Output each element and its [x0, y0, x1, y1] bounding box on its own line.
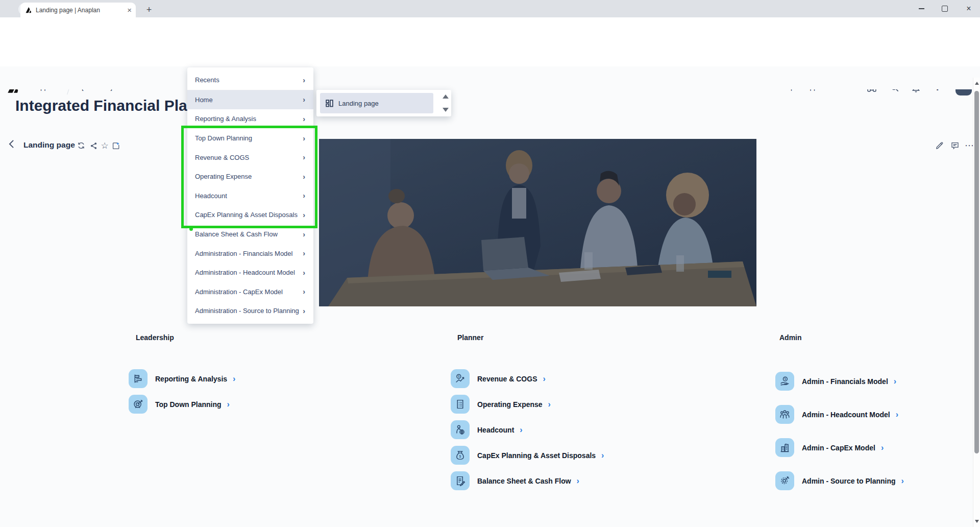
back-chevron-icon[interactable]	[6, 139, 16, 149]
tab-title: Landing page | Anaplan	[36, 7, 124, 14]
annotation-dot	[189, 227, 193, 231]
link-top-down-planning[interactable]: Top Down Planning ›	[129, 395, 230, 414]
tab-close-icon[interactable]: ×	[127, 6, 132, 14]
submenu-chevron-icon: ›	[303, 95, 305, 104]
app-header: Apps [Presales] IFP v2.0 - Base Demo Hom…	[0, 36, 980, 67]
submenu-chevron-icon: ›	[303, 307, 305, 315]
menu-item-recents[interactable]: Recents›	[187, 70, 313, 90]
people-group-icon	[775, 405, 794, 424]
chevron-right-icon: ›	[543, 375, 545, 383]
comment-icon[interactable]	[949, 140, 961, 151]
submenu-chevron-icon: ›	[303, 269, 305, 277]
submenu-item-label: Landing page	[338, 100, 379, 107]
link-headcount[interactable]: Headcount ›	[451, 420, 523, 439]
link-admin-capex[interactable]: Admin - CapEx Model ›	[775, 438, 884, 457]
chevron-right-icon: ›	[233, 375, 235, 383]
coin-hand-icon: $	[775, 372, 794, 391]
browser-tab-strip: Landing page | Anaplan × + ×	[0, 0, 980, 17]
page-toolbar: Landing page ☆ ⋯	[0, 66, 980, 89]
scrollbar-up-icon[interactable]	[975, 82, 979, 85]
link-balance-sheet[interactable]: Balance Sheet & Cash Flow ›	[451, 471, 579, 490]
link-capex-planning[interactable]: $ CapEx Planning & Asset Disposals ›	[451, 446, 604, 465]
annotation-highlight-box	[181, 126, 317, 228]
chevron-right-icon: ›	[901, 477, 904, 485]
chevron-right-icon: ›	[548, 400, 551, 409]
revenue-growth-icon: $	[451, 369, 470, 388]
submenu-chevron-icon: ›	[303, 249, 305, 257]
submenu-chevron-icon: ›	[303, 288, 305, 296]
link-reporting-analysis[interactable]: Reporting & Analysis ›	[129, 369, 235, 388]
gear-wrench-icon	[775, 471, 794, 490]
new-tab-button[interactable]: +	[143, 4, 155, 16]
screen: Landing page | Anaplan × + × ← → us1a.ap…	[0, 0, 980, 527]
link-revenue-cogs[interactable]: $ Revenue & COGS ›	[451, 369, 546, 388]
page-scrollbar[interactable]	[973, 78, 980, 527]
scroll-up-icon[interactable]	[443, 94, 449, 99]
scroll-down-icon[interactable]	[443, 108, 449, 112]
person-globe-icon	[451, 420, 470, 439]
menu-item-admin-source[interactable]: Administration - Source to Planning›	[187, 301, 313, 321]
window-minimize-button[interactable]	[914, 2, 929, 15]
browser-tab[interactable]: Landing page | Anaplan ×	[20, 3, 136, 17]
refresh-icon[interactable]	[76, 140, 87, 151]
share-icon[interactable]	[88, 140, 99, 151]
browser-toolbar: ← → us1a.app.anaplan.com/a/apps/app/21c2…	[0, 17, 980, 36]
chevron-right-icon: ›	[601, 451, 604, 460]
link-admin-financials[interactable]: $ Admin - Financials Model ›	[775, 372, 896, 391]
page-toolbar-title: Landing page	[23, 140, 75, 150]
window-maximize-button[interactable]	[937, 2, 952, 15]
open-in-app-icon[interactable]	[110, 140, 121, 151]
hero-image	[319, 139, 756, 306]
chevron-right-icon: ›	[896, 411, 898, 419]
svg-text:$: $	[458, 374, 460, 378]
submenu-chevron-icon: ›	[303, 76, 305, 84]
menu-item-admin-financials[interactable]: Administration - Financials Model›	[187, 244, 313, 263]
menu-item-home[interactable]: Home›	[187, 90, 313, 110]
submenu-chevron-icon: ›	[303, 230, 305, 238]
svg-text:$: $	[785, 377, 787, 380]
scrollbar-thumb[interactable]	[974, 91, 979, 453]
money-bag-icon: $	[451, 446, 470, 465]
submenu-item-landing-page[interactable]: Landing page	[320, 93, 433, 113]
target-icon	[129, 395, 148, 414]
chevron-right-icon: ›	[227, 400, 230, 409]
submenu-chevron-icon: ›	[303, 115, 305, 123]
chevron-right-icon: ›	[881, 444, 884, 452]
section-title-leadership: Leadership	[136, 333, 174, 342]
section-title-planner: Planner	[457, 333, 483, 342]
edit-pencil-icon[interactable]	[934, 140, 945, 151]
menu-item-admin-headcount[interactable]: Administration - Headcount Model›	[187, 263, 313, 282]
board-icon	[325, 99, 334, 108]
anaplan-favicon-icon	[24, 6, 32, 14]
link-operating-expense[interactable]: Operating Expense ›	[451, 395, 551, 414]
chevron-right-icon: ›	[520, 426, 522, 434]
expense-list-icon	[451, 395, 470, 414]
scrollbar-down-icon[interactable]	[975, 520, 979, 523]
report-chart-icon	[129, 369, 148, 388]
window-close-button[interactable]: ×	[961, 2, 976, 15]
document-pencil-icon	[451, 471, 470, 490]
home-submenu: Landing page	[316, 90, 451, 116]
chevron-right-icon: ›	[577, 477, 579, 485]
link-admin-source[interactable]: Admin - Source to Planning ›	[775, 471, 904, 490]
svg-text:$: $	[459, 454, 461, 458]
menu-item-admin-capex[interactable]: Administration - CapEx Model›	[187, 282, 313, 302]
buildings-icon	[775, 438, 794, 457]
link-admin-headcount[interactable]: Admin - Headcount Model ›	[775, 405, 898, 424]
favorite-star-icon[interactable]: ☆	[99, 140, 110, 151]
chevron-right-icon: ›	[894, 377, 896, 386]
section-title-admin: Admin	[779, 333, 802, 342]
